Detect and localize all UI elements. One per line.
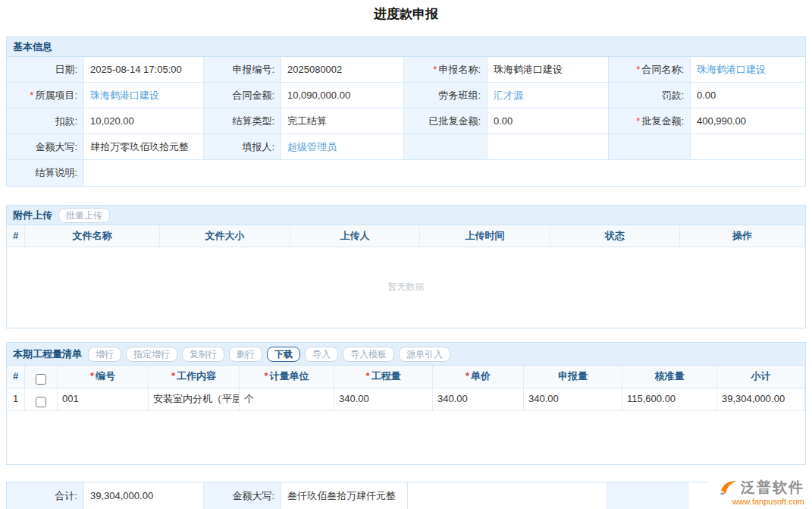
boq-title: 本期工程量清单 — [13, 347, 82, 361]
brand-swoosh-icon — [718, 479, 738, 496]
empty-value-cell — [691, 134, 805, 160]
total-value: 39,304,000.00 — [84, 482, 204, 509]
col-status: 状态 — [550, 225, 680, 247]
label-text: 填报人: — [242, 141, 274, 152]
empty-value-cell — [408, 482, 607, 509]
brand-name: 泛普软件 — [741, 478, 804, 498]
attachments-section: 附件上传 批量上传 # 文件名称 文件大小 上传人 上传时间 状态 操作 暂无数… — [6, 205, 806, 328]
amount-words-value: 叁仟玖佰叁拾万肆仟元整 — [281, 482, 408, 509]
import-button[interactable]: 导入 — [305, 347, 338, 362]
required-mark: * — [433, 64, 437, 75]
col-file-size: 文件大小 — [160, 225, 290, 247]
value-project[interactable]: 珠海鹤港口建设 — [84, 83, 204, 108]
empty-text: 暂无数据 — [388, 281, 425, 292]
col-label: 编号 — [96, 370, 115, 382]
empty-value-cell — [488, 134, 609, 160]
col-label: 工作内容 — [177, 370, 216, 382]
label-approved-amount: 已批复金额: — [404, 108, 488, 134]
select-all-checkbox[interactable] — [36, 374, 46, 385]
label-text: 劳务班组: — [438, 90, 481, 101]
label-text: 结算类型: — [232, 115, 274, 127]
import-template-button[interactable]: 导入模板 — [343, 347, 394, 362]
insert-row-button[interactable]: 指定增行 — [126, 347, 177, 362]
label-text: 合同名称: — [641, 64, 684, 75]
delete-row-button[interactable]: 删行 — [229, 347, 262, 362]
vendor-logo-row: 泛普软件 — [718, 478, 804, 498]
empty-label-cell — [609, 134, 691, 160]
value-penalty: 0.00 — [691, 83, 805, 108]
label-text: 合同金额: — [232, 90, 274, 101]
label-amount-words: 金额大写: — [7, 134, 84, 160]
label-text: 结算说明: — [35, 167, 77, 178]
cell-price: 340.00 — [433, 388, 524, 410]
col-file-name: 文件名称 — [25, 225, 160, 247]
table-row: 1 001 安装室内分机（平层... 个 340.00 340.00 340.0… — [7, 388, 805, 411]
col-price: *单价 — [433, 366, 524, 388]
attachments-title: 附件上传 — [13, 209, 52, 222]
cell-content: 安装室内分机（平层... — [149, 388, 240, 410]
basic-info-header: 基本信息 — [7, 37, 805, 57]
required-mark: * — [30, 90, 33, 101]
empty-label-cell — [404, 134, 488, 160]
attachments-table-header: # 文件名称 文件大小 上传人 上传时间 状态 操作 — [7, 225, 805, 247]
required-mark: * — [171, 370, 175, 382]
page-title: 进度款申报 — [374, 5, 438, 23]
label-project: *所属项目: — [7, 83, 84, 108]
label-text: 扣款: — [55, 115, 77, 127]
value-report-no: 2025080002 — [281, 57, 404, 83]
value-contract-name[interactable]: 珠海鹤港口建设 — [691, 57, 805, 83]
value-approval-amount: 400,990.00 — [691, 108, 805, 134]
amount-words-label: 金额大写: — [204, 482, 281, 509]
copy-row-button[interactable]: 复制行 — [182, 347, 224, 362]
cell-unit: 个 — [240, 388, 334, 410]
label-settlement-note: 结算说明: — [7, 160, 84, 186]
label-contract-name: *合同名称: — [609, 57, 691, 83]
value-reporter[interactable]: 超级管理员 — [281, 134, 404, 160]
col-approved-qty: 核准量 — [622, 366, 717, 388]
batch-upload-button[interactable]: 批量上传 — [58, 208, 110, 223]
boq-section: 本期工程量清单 增行 指定增行 复制行 删行 下载 导入 导入模板 源单引入 #… — [6, 342, 806, 465]
label-report-no: 申报编号: — [204, 57, 281, 83]
col-content: *工作内容 — [149, 366, 240, 388]
value-deduction: 10,020.00 — [84, 108, 204, 134]
col-label: 工程量 — [372, 370, 401, 382]
row-select-cell — [25, 388, 58, 410]
total-label: 合计: — [7, 482, 84, 509]
label-text: 申报编号: — [232, 64, 274, 75]
boq-header: 本期工程量清单 增行 指定增行 复制行 删行 下载 导入 导入模板 源单引入 — [7, 343, 805, 366]
basic-info-title: 基本信息 — [13, 40, 52, 54]
col-declared-qty: 申报量 — [524, 366, 622, 388]
required-mark: * — [264, 370, 268, 382]
col-label: 申报量 — [558, 370, 588, 382]
label-date: 日期: — [7, 57, 84, 83]
value-contract-amount: 10,090,000.00 — [281, 83, 404, 108]
empty-label-cell — [607, 482, 688, 509]
label-text: 批复金额: — [641, 115, 684, 127]
download-button[interactable]: 下载 — [267, 347, 300, 362]
col-label: 计量单位 — [270, 370, 309, 382]
col-upload-time: 上传时间 — [420, 225, 550, 247]
row-checkbox[interactable] — [36, 397, 46, 407]
required-mark: * — [90, 370, 94, 382]
brand-url: www.fanpusoft.com — [718, 497, 804, 506]
title-bar: 进度款申报 — [0, 0, 812, 36]
required-mark: * — [365, 370, 369, 382]
value-date: 2025-08-14 17:05:00 — [84, 57, 204, 83]
col-unit: *计量单位 — [240, 366, 334, 388]
label-settlement-type: 结算类型: — [204, 108, 281, 134]
col-uploader: 上传人 — [290, 225, 420, 247]
value-labor-team[interactable]: 汇才源 — [488, 83, 609, 108]
required-mark: * — [466, 370, 469, 382]
source-import-button[interactable]: 源单引入 — [399, 347, 450, 362]
label-reporter: 填报人: — [204, 134, 281, 160]
value-amount-words: 肆拾万零玖佰玖拾元整 — [84, 134, 204, 160]
col-select — [25, 366, 58, 388]
add-row-button[interactable]: 增行 — [88, 347, 121, 362]
required-mark: * — [636, 64, 640, 75]
col-label: 单价 — [471, 370, 491, 382]
col-quantity: *工程量 — [334, 366, 433, 388]
vendor-logo: 泛普软件 www.fanpusoft.com — [709, 476, 806, 507]
cell-declared-qty: 340.00 — [524, 388, 622, 410]
cell-quantity: 340.00 — [334, 388, 433, 410]
value-approved-amount: 0.00 — [488, 108, 609, 134]
